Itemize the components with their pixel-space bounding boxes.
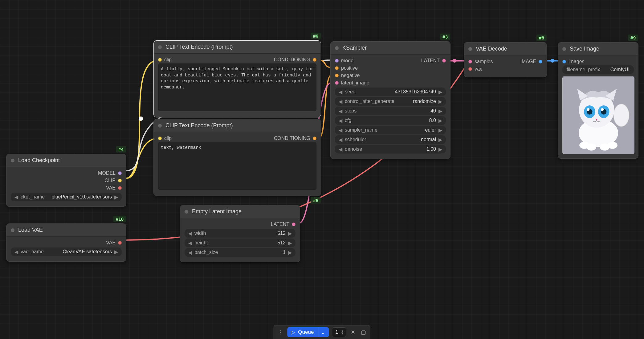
widget-value: bluePencil_v10.safetensors — [51, 194, 112, 200]
node-header[interactable]: Load Checkpoint — [6, 154, 126, 167]
arrow-left-icon[interactable]: ◀ — [337, 137, 344, 143]
port-images[interactable] — [562, 60, 566, 63]
arrow-left-icon[interactable]: ◀ — [337, 127, 344, 133]
widget-label: vae_name — [21, 249, 44, 255]
arrow-left-icon[interactable]: ◀ — [337, 99, 344, 104]
input-label-positive: positive — [341, 65, 358, 71]
stop-icon[interactable]: ▢ — [360, 328, 367, 337]
widget-label: scheduler — [345, 137, 366, 142]
node-ksampler[interactable]: #3 KSampler model LATENT positive negati… — [330, 41, 450, 159]
arrow-right-icon[interactable]: ▶ — [287, 231, 293, 236]
prompt-textarea[interactable] — [158, 142, 316, 190]
denoise-widget[interactable]: ◀denoise1.00▶ — [335, 145, 446, 153]
port-positive[interactable] — [335, 66, 339, 70]
port-latent[interactable] — [442, 59, 446, 63]
arrow-left-icon[interactable]: ◀ — [187, 231, 193, 236]
node-clip-text-positive[interactable]: #6 CLIP Text Encode (Prompt) clip CONDIT… — [153, 40, 321, 117]
arrow-right-icon[interactable]: ▶ — [437, 99, 443, 104]
seed-widget[interactable]: ◀seed431353162304749▶ — [335, 88, 446, 96]
port-clip[interactable] — [158, 58, 162, 62]
node-title: VAE Decode — [476, 46, 507, 52]
port-conditioning[interactable] — [313, 137, 316, 140]
batch-size-widget[interactable]: ◀batch_size1▶ — [185, 248, 296, 257]
arrow-right-icon[interactable]: ▶ — [113, 249, 119, 255]
collapse-dot-icon[interactable] — [11, 228, 14, 232]
arrow-right-icon[interactable]: ▶ — [287, 240, 293, 246]
arrow-left-icon[interactable]: ◀ — [187, 240, 193, 246]
arrow-left-icon[interactable]: ◀ — [13, 194, 19, 200]
port-latent-image[interactable] — [335, 81, 339, 85]
arrow-left-icon[interactable]: ◀ — [337, 118, 344, 124]
play-icon: ▷ — [291, 329, 295, 336]
arrow-right-icon[interactable]: ▶ — [437, 137, 443, 143]
node-id-badge: #6 — [311, 33, 321, 39]
widget-value: 512 — [277, 240, 286, 246]
filename-prefix-widget[interactable]: filename_prefix ComfyUI — [562, 65, 634, 74]
arrow-right-icon[interactable]: ▶ — [437, 146, 443, 152]
node-header[interactable]: KSampler — [331, 42, 450, 55]
collapse-dot-icon[interactable] — [11, 159, 14, 162]
arrow-right-icon[interactable]: ▶ — [437, 89, 443, 95]
chevron-down-icon[interactable]: ⌄ — [318, 327, 328, 337]
steps-widget[interactable]: ◀steps40▶ — [335, 107, 446, 115]
collapse-dot-icon[interactable] — [185, 210, 188, 214]
queue-button[interactable]: ▷ Queue ⌄ — [287, 327, 329, 337]
port-conditioning[interactable] — [313, 58, 316, 62]
port-samples[interactable] — [468, 60, 472, 63]
arrow-left-icon[interactable]: ◀ — [13, 249, 19, 255]
arrow-left-icon[interactable]: ◀ — [187, 250, 193, 255]
port-vae[interactable] — [468, 67, 472, 71]
port-image[interactable] — [539, 60, 542, 63]
port-model[interactable] — [335, 59, 339, 63]
node-clip-text-negative[interactable]: #5 CLIP Text Encode (Prompt) clip CONDIT… — [153, 119, 321, 196]
height-widget[interactable]: ◀height512▶ — [185, 239, 296, 247]
port-clip[interactable] — [158, 137, 162, 140]
widget-label: cfg — [345, 118, 351, 123]
collapse-dot-icon[interactable] — [335, 46, 339, 50]
prompt-textarea[interactable] — [158, 63, 316, 111]
arrow-right-icon[interactable]: ▶ — [113, 194, 119, 200]
node-header[interactable]: Load VAE — [6, 224, 126, 237]
port-vae[interactable] — [118, 241, 122, 245]
scheduler-widget[interactable]: ◀schedulernormal▶ — [335, 135, 446, 144]
collapse-dot-icon[interactable] — [158, 124, 162, 128]
close-icon[interactable]: ✕ — [349, 328, 357, 337]
svg-point-0 — [139, 116, 143, 121]
node-save-image[interactable]: #9 Save Image images filename_prefix Com… — [558, 42, 638, 159]
node-header[interactable]: Save Image — [558, 43, 638, 55]
collapse-dot-icon[interactable] — [158, 45, 162, 49]
cfg-widget[interactable]: ◀cfg8.0▶ — [335, 116, 446, 125]
vae-name-widget[interactable]: ◀ vae_name CleanVAE.safetensors ▶ — [11, 247, 122, 256]
arrow-left-icon[interactable]: ◀ — [337, 108, 344, 114]
node-load-vae[interactable]: #10 Load VAE VAE ◀ vae_name CleanVAE.saf… — [6, 223, 126, 262]
sampler-name-widget[interactable]: ◀sampler_nameeuler▶ — [335, 126, 446, 134]
width-widget[interactable]: ◀width512▶ — [185, 229, 296, 238]
node-vae-decode[interactable]: #8 VAE Decode samples IMAGE vae — [464, 42, 547, 77]
node-empty-latent-image[interactable]: Empty Latent Image LATENT ◀width512▶ ◀he… — [180, 205, 300, 262]
arrow-left-icon[interactable]: ◀ — [337, 89, 344, 95]
node-header[interactable]: VAE Decode — [464, 43, 547, 55]
arrow-right-icon[interactable]: ▶ — [437, 108, 443, 114]
ckpt-name-widget[interactable]: ◀ ckpt_name bluePencil_v10.safetensors ▶ — [11, 193, 122, 201]
node-header[interactable]: CLIP Text Encode (Prompt) — [154, 41, 321, 54]
stepper-down-icon[interactable]: ▼ — [341, 332, 344, 334]
drag-handle-icon[interactable]: ⋮ — [277, 329, 284, 335]
batch-count-input[interactable]: 1 ▲ ▼ — [332, 327, 346, 337]
node-header[interactable]: Empty Latent Image — [180, 205, 300, 218]
port-latent[interactable] — [292, 223, 296, 226]
control-after-generate-widget[interactable]: ◀control_after_generaterandomize▶ — [335, 97, 446, 106]
arrow-left-icon[interactable]: ◀ — [337, 146, 344, 152]
port-clip[interactable] — [118, 179, 122, 182]
port-vae[interactable] — [118, 186, 122, 190]
arrow-right-icon[interactable]: ▶ — [287, 250, 293, 255]
arrow-right-icon[interactable]: ▶ — [437, 118, 443, 124]
port-negative[interactable] — [335, 74, 339, 77]
arrow-right-icon[interactable]: ▶ — [437, 127, 443, 133]
collapse-dot-icon[interactable] — [562, 47, 566, 51]
port-model[interactable] — [118, 171, 122, 175]
collapse-dot-icon[interactable] — [468, 47, 472, 51]
node-load-checkpoint[interactable]: #4 Load Checkpoint MODEL CLIP VAE ◀ ckpt… — [6, 154, 126, 207]
preview-image[interactable] — [562, 76, 634, 154]
node-header[interactable]: CLIP Text Encode (Prompt) — [154, 119, 321, 132]
widget-label: steps — [345, 108, 357, 114]
